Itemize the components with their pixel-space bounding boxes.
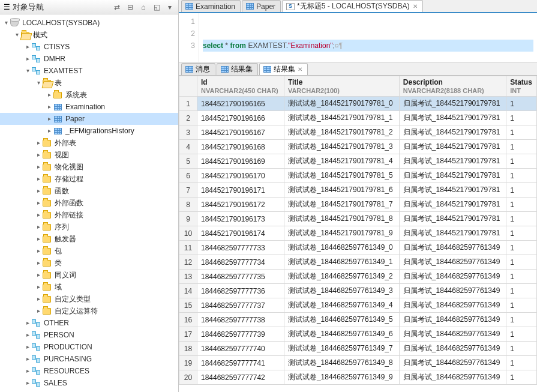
cell-status[interactable]: 1 <box>506 270 537 284</box>
table-row[interactable]: 61844521790196170测试试卷_1844521790179781_5… <box>179 169 537 183</box>
row-number[interactable]: 9 <box>179 212 197 226</box>
cell-id[interactable]: 1844521790196174 <box>197 226 284 241</box>
row-number[interactable]: 4 <box>179 140 197 154</box>
cell-status[interactable]: 1 <box>506 154 537 169</box>
cell-id[interactable]: 1844682597777739 <box>197 327 284 342</box>
tree-node-schema[interactable]: ▸OTHER <box>0 317 178 329</box>
cell-id[interactable]: 1844682597777735 <box>197 270 284 284</box>
twisty-icon[interactable]: ▸ <box>35 305 42 317</box>
result-grid[interactable]: IdNVARCHAR2(450 CHAR) TitleVARCHAR2(100)… <box>179 76 537 392</box>
table-row[interactable]: 201844682597777742测试试卷_1844682597761349_… <box>179 370 537 385</box>
cell-status[interactable]: 1 <box>506 198 537 212</box>
cell-status[interactable]: 1 <box>506 226 537 241</box>
twisty-icon[interactable]: ▸ <box>46 125 53 137</box>
cell-title[interactable]: 测试试卷_1844682597761349_9 <box>284 370 399 385</box>
tree-node-folder[interactable]: ▸物化视图 <box>0 161 178 173</box>
cell-status[interactable]: 1 <box>506 255 537 270</box>
twisty-icon[interactable]: ▸ <box>35 233 42 245</box>
twisty-icon[interactable]: ▾ <box>35 77 42 89</box>
tree-node-schema[interactable]: ▸PERSON <box>0 329 178 341</box>
table-row[interactable]: 11844521790196165测试试卷_1844521790179781_0… <box>179 97 537 111</box>
twisty-icon[interactable]: ▾ <box>24 65 31 77</box>
row-number[interactable]: 17 <box>179 327 197 342</box>
tree-node-folder[interactable]: ▸存储过程 <box>0 173 178 185</box>
cell-description[interactable]: 归属考试_1844682597761349 <box>399 356 506 370</box>
cell-status[interactable]: 1 <box>506 342 537 356</box>
tree-node-folder[interactable]: ▸外部链接 <box>0 209 178 221</box>
twisty-icon[interactable]: ▸ <box>35 161 42 173</box>
cell-id[interactable]: 1844682597777737 <box>197 298 284 313</box>
row-number[interactable]: 13 <box>179 270 197 284</box>
table-row[interactable]: 91844521790196173测试试卷_1844521790179781_8… <box>179 212 537 226</box>
row-number[interactable]: 6 <box>179 169 197 183</box>
sql-editor[interactable]: 1 2 3 select * from EXAMTEST."Examinatio… <box>179 13 537 62</box>
cell-id[interactable]: 1844521790196167 <box>197 125 284 140</box>
twisty-icon[interactable]: ▸ <box>35 185 42 197</box>
cell-id[interactable]: 1844521790196169 <box>197 154 284 169</box>
cell-description[interactable]: 归属考试_1844521790179781 <box>399 154 506 169</box>
column-header[interactable]: DescriptionNVARCHAR2(8188 CHAR) <box>399 76 506 97</box>
twisty-icon[interactable]: ▸ <box>35 257 42 269</box>
twisty-icon[interactable]: ▸ <box>35 269 42 281</box>
cell-id[interactable]: 1844682597777736 <box>197 284 284 298</box>
cell-title[interactable]: 测试试卷_1844521790179781_7 <box>284 198 399 212</box>
tree-node-mode[interactable]: ▾ 模式 <box>0 29 178 41</box>
tree-node-tables[interactable]: ▾表 <box>0 77 178 89</box>
cell-description[interactable]: 归属考试_1844521790179781 <box>399 212 506 226</box>
cell-title[interactable]: 测试试卷_1844682597761349_0 <box>284 241 399 255</box>
column-header[interactable]: StatusINT <box>506 76 537 97</box>
cell-description[interactable]: 归属考试_1844521790179781 <box>399 140 506 154</box>
cell-status[interactable]: 1 <box>506 370 537 385</box>
twisty-icon[interactable]: ▸ <box>46 113 53 125</box>
tree-node-folder[interactable]: ▸序列 <box>0 221 178 233</box>
twisty-icon[interactable]: ▸ <box>24 377 31 389</box>
row-number[interactable]: 5 <box>179 154 197 169</box>
cell-id[interactable]: 1844521790196168 <box>197 140 284 154</box>
cell-description[interactable]: 归属考试_1844682597761349 <box>399 270 506 284</box>
cell-status[interactable]: 1 <box>506 111 537 125</box>
close-icon[interactable]: ✕ <box>413 3 418 10</box>
twisty-icon[interactable]: ▸ <box>24 341 31 353</box>
cell-title[interactable]: 测试试卷_1844521790179781_1 <box>284 111 399 125</box>
table-row[interactable]: 31844521790196167测试试卷_1844521790179781_2… <box>179 125 537 140</box>
cell-status[interactable]: 1 <box>506 284 537 298</box>
editor-tab[interactable]: Examination <box>181 0 241 12</box>
cell-description[interactable]: 归属考试_1844682597761349 <box>399 298 506 313</box>
cell-description[interactable]: 归属考试_1844521790179781 <box>399 226 506 241</box>
twisty-icon[interactable]: ▸ <box>35 221 42 233</box>
menu-icon[interactable]: ▾ <box>165 2 175 12</box>
cell-description[interactable]: 归属考试_1844521790179781 <box>399 169 506 183</box>
twisty-icon[interactable]: ▸ <box>35 245 42 257</box>
tree[interactable]: ▾ LOCALHOST(SYSDBA) ▾ 模式 ▸CTISYS ▸DMHR ▾… <box>0 14 178 392</box>
tree-node-folder[interactable]: ▸类 <box>0 257 178 269</box>
tree-node-connection[interactable]: ▾ LOCALHOST(SYSDBA) <box>0 17 178 29</box>
cell-title[interactable]: 测试试卷_1844521790179781_0 <box>284 97 399 111</box>
row-number[interactable]: 2 <box>179 111 197 125</box>
cell-title[interactable]: 测试试卷_1844682597761349_5 <box>284 313 399 327</box>
cell-description[interactable]: 归属考试_1844521790179781 <box>399 97 506 111</box>
editor-tab[interactable]: *无标题5 - LOCALHOST(SYSDBA)✕ <box>282 0 423 12</box>
cell-status[interactable]: 1 <box>506 241 537 255</box>
cell-title[interactable]: 测试试卷_1844682597761349_3 <box>284 284 399 298</box>
cell-id[interactable]: 1844521790196173 <box>197 212 284 226</box>
table-row[interactable]: 131844682597777735测试试卷_1844682597761349_… <box>179 270 537 284</box>
cell-status[interactable]: 1 <box>506 183 537 198</box>
tree-node-folder[interactable]: ▸域 <box>0 281 178 293</box>
cell-description[interactable]: 归属考试_1844521790179781 <box>399 111 506 125</box>
cell-description[interactable]: 归属考试_1844682597761349 <box>399 370 506 385</box>
tree-node-table-efmig[interactable]: ▸_EFMigrationsHistory <box>0 125 178 137</box>
twisty-icon[interactable]: ▸ <box>35 197 42 209</box>
corner-cell[interactable] <box>179 76 197 97</box>
tree-node-schema[interactable]: ▸PRODUCTION <box>0 341 178 353</box>
link-icon[interactable]: ⇄ <box>112 2 122 12</box>
cell-id[interactable]: 1844521790196170 <box>197 169 284 183</box>
twisty-icon[interactable]: ▸ <box>46 89 53 101</box>
cell-status[interactable]: 1 <box>506 212 537 226</box>
table-row[interactable]: 71844521790196171测试试卷_1844521790179781_6… <box>179 183 537 198</box>
cell-id[interactable]: 1844682597777733 <box>197 241 284 255</box>
cell-description[interactable]: 归属考试_1844682597761349 <box>399 313 506 327</box>
cell-id[interactable]: 1844521790196171 <box>197 183 284 198</box>
row-number[interactable]: 3 <box>179 125 197 140</box>
cell-status[interactable]: 1 <box>506 298 537 313</box>
twisty-icon[interactable]: ▸ <box>35 137 42 149</box>
